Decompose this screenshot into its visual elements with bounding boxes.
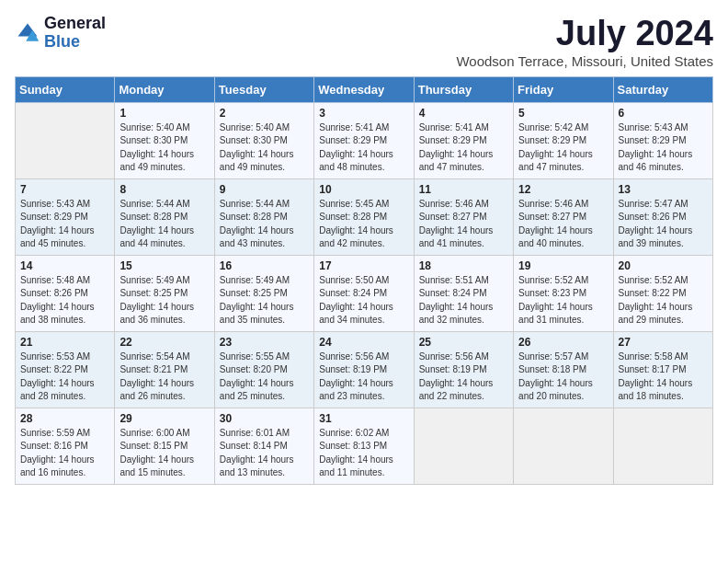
- day-info: Sunrise: 5:44 AMSunset: 8:28 PMDaylight:…: [119, 198, 209, 251]
- calendar-cell: [514, 408, 613, 484]
- calendar-cell: [414, 408, 513, 484]
- day-info: Sunrise: 5:42 AMSunset: 8:29 PMDaylight:…: [518, 121, 608, 175]
- calendar-cell: 24Sunrise: 5:56 AMSunset: 8:19 PMDayligh…: [314, 331, 414, 408]
- calendar-cell: 10Sunrise: 5:45 AMSunset: 8:28 PMDayligh…: [314, 178, 414, 255]
- day-number: 28: [20, 412, 109, 425]
- day-info: Sunrise: 5:40 AMSunset: 8:30 PMDaylight:…: [220, 121, 309, 175]
- day-info: Sunrise: 5:52 AMSunset: 8:23 PMDaylight:…: [518, 274, 608, 327]
- calendar-cell: 22Sunrise: 5:54 AMSunset: 8:21 PMDayligh…: [115, 331, 214, 408]
- day-info: Sunrise: 5:43 AMSunset: 8:29 PMDaylight:…: [619, 121, 708, 175]
- calendar-cell: 6Sunrise: 5:43 AMSunset: 8:29 PMDaylight…: [613, 102, 712, 178]
- day-info: Sunrise: 5:59 AMSunset: 8:16 PMDaylight:…: [20, 427, 109, 480]
- col-wednesday: Wednesday: [314, 76, 414, 102]
- day-number: 6: [619, 107, 708, 120]
- day-number: 1: [119, 107, 209, 120]
- day-info: Sunrise: 5:47 AMSunset: 8:26 PMDaylight:…: [619, 198, 708, 251]
- col-monday: Monday: [115, 76, 214, 102]
- calendar-cell: 13Sunrise: 5:47 AMSunset: 8:26 PMDayligh…: [613, 178, 712, 255]
- calendar-week-5: 28Sunrise: 5:59 AMSunset: 8:16 PMDayligh…: [16, 408, 713, 484]
- day-info: Sunrise: 5:53 AMSunset: 8:22 PMDaylight:…: [20, 350, 109, 404]
- calendar-cell: 29Sunrise: 6:00 AMSunset: 8:15 PMDayligh…: [115, 408, 214, 484]
- day-number: 25: [419, 336, 508, 349]
- calendar-cell: [613, 408, 712, 484]
- day-number: 23: [220, 336, 309, 349]
- day-info: Sunrise: 5:49 AMSunset: 8:25 PMDaylight:…: [220, 274, 309, 327]
- calendar-cell: 21Sunrise: 5:53 AMSunset: 8:22 PMDayligh…: [16, 331, 115, 408]
- logo-general-text: General: [44, 15, 106, 33]
- day-number: 17: [319, 259, 408, 272]
- day-number: 13: [619, 183, 708, 196]
- day-info: Sunrise: 5:56 AMSunset: 8:19 PMDaylight:…: [319, 350, 408, 404]
- day-info: Sunrise: 5:41 AMSunset: 8:29 PMDaylight:…: [319, 121, 408, 175]
- calendar-cell: 1Sunrise: 5:40 AMSunset: 8:30 PMDaylight…: [115, 102, 214, 178]
- day-number: 2: [220, 107, 309, 120]
- day-number: 21: [20, 336, 109, 349]
- month-title: July 2024: [456, 15, 713, 53]
- day-number: 12: [518, 183, 608, 196]
- calendar-cell: 15Sunrise: 5:49 AMSunset: 8:25 PMDayligh…: [115, 255, 214, 331]
- calendar-cell: 19Sunrise: 5:52 AMSunset: 8:23 PMDayligh…: [514, 255, 613, 331]
- calendar-cell: 3Sunrise: 5:41 AMSunset: 8:29 PMDaylight…: [314, 102, 414, 178]
- calendar-cell: 20Sunrise: 5:52 AMSunset: 8:22 PMDayligh…: [613, 255, 712, 331]
- calendar-cell: [16, 102, 115, 178]
- day-info: Sunrise: 5:50 AMSunset: 8:24 PMDaylight:…: [319, 274, 408, 327]
- col-thursday: Thursday: [414, 76, 513, 102]
- col-tuesday: Tuesday: [214, 76, 313, 102]
- day-info: Sunrise: 5:45 AMSunset: 8:28 PMDaylight:…: [319, 198, 408, 251]
- day-info: Sunrise: 5:46 AMSunset: 8:27 PMDaylight:…: [518, 198, 608, 251]
- calendar-week-3: 14Sunrise: 5:48 AMSunset: 8:26 PMDayligh…: [16, 255, 713, 331]
- day-number: 19: [518, 259, 608, 272]
- day-info: Sunrise: 5:54 AMSunset: 8:21 PMDaylight:…: [119, 350, 209, 404]
- day-number: 29: [119, 412, 209, 425]
- day-info: Sunrise: 5:41 AMSunset: 8:29 PMDaylight:…: [419, 121, 508, 175]
- calendar-body: 1Sunrise: 5:40 AMSunset: 8:30 PMDaylight…: [16, 102, 713, 484]
- calendar-cell: 4Sunrise: 5:41 AMSunset: 8:29 PMDaylight…: [414, 102, 513, 178]
- day-info: Sunrise: 6:01 AMSunset: 8:14 PMDaylight:…: [220, 427, 309, 480]
- logo: General Blue: [15, 15, 106, 52]
- day-number: 22: [119, 336, 209, 349]
- day-number: 31: [319, 412, 408, 425]
- day-info: Sunrise: 5:55 AMSunset: 8:20 PMDaylight:…: [220, 350, 309, 404]
- calendar-cell: 8Sunrise: 5:44 AMSunset: 8:28 PMDaylight…: [115, 178, 214, 255]
- day-info: Sunrise: 5:43 AMSunset: 8:29 PMDaylight:…: [20, 198, 109, 251]
- calendar-cell: 16Sunrise: 5:49 AMSunset: 8:25 PMDayligh…: [214, 255, 313, 331]
- col-sunday: Sunday: [16, 76, 115, 102]
- day-number: 11: [419, 183, 508, 196]
- day-info: Sunrise: 5:51 AMSunset: 8:24 PMDaylight:…: [419, 274, 508, 327]
- calendar-cell: 23Sunrise: 5:55 AMSunset: 8:20 PMDayligh…: [214, 331, 313, 408]
- calendar-cell: 9Sunrise: 5:44 AMSunset: 8:28 PMDaylight…: [214, 178, 313, 255]
- day-number: 8: [119, 183, 209, 196]
- calendar-cell: 26Sunrise: 5:57 AMSunset: 8:18 PMDayligh…: [514, 331, 613, 408]
- day-info: Sunrise: 5:58 AMSunset: 8:17 PMDaylight:…: [619, 350, 708, 404]
- calendar-cell: 2Sunrise: 5:40 AMSunset: 8:30 PMDaylight…: [214, 102, 313, 178]
- day-info: Sunrise: 5:40 AMSunset: 8:30 PMDaylight:…: [119, 121, 209, 175]
- calendar-cell: 7Sunrise: 5:43 AMSunset: 8:29 PMDaylight…: [16, 178, 115, 255]
- calendar-cell: 14Sunrise: 5:48 AMSunset: 8:26 PMDayligh…: [16, 255, 115, 331]
- day-number: 10: [319, 183, 408, 196]
- calendar-cell: 12Sunrise: 5:46 AMSunset: 8:27 PMDayligh…: [514, 178, 613, 255]
- location-text: Woodson Terrace, Missouri, United States: [456, 53, 713, 69]
- day-info: Sunrise: 5:44 AMSunset: 8:28 PMDaylight:…: [220, 198, 309, 251]
- calendar-header: Sunday Monday Tuesday Wednesday Thursday…: [16, 76, 713, 102]
- calendar-week-1: 1Sunrise: 5:40 AMSunset: 8:30 PMDaylight…: [16, 102, 713, 178]
- day-info: Sunrise: 6:02 AMSunset: 8:13 PMDaylight:…: [319, 427, 408, 480]
- calendar-week-2: 7Sunrise: 5:43 AMSunset: 8:29 PMDaylight…: [16, 178, 713, 255]
- col-friday: Friday: [514, 76, 613, 102]
- logo-blue-text: Blue: [44, 33, 106, 52]
- title-block: July 2024 Woodson Terrace, Missouri, Uni…: [456, 15, 713, 69]
- day-number: 30: [220, 412, 309, 425]
- day-number: 3: [319, 107, 408, 120]
- calendar-table: Sunday Monday Tuesday Wednesday Thursday…: [15, 76, 713, 485]
- day-info: Sunrise: 5:49 AMSunset: 8:25 PMDaylight:…: [119, 274, 209, 327]
- calendar-cell: 31Sunrise: 6:02 AMSunset: 8:13 PMDayligh…: [314, 408, 414, 484]
- calendar-cell: 11Sunrise: 5:46 AMSunset: 8:27 PMDayligh…: [414, 178, 513, 255]
- col-saturday: Saturday: [613, 76, 712, 102]
- day-number: 5: [518, 107, 608, 120]
- header-row: Sunday Monday Tuesday Wednesday Thursday…: [16, 76, 713, 102]
- calendar-cell: 17Sunrise: 5:50 AMSunset: 8:24 PMDayligh…: [314, 255, 414, 331]
- calendar-cell: 28Sunrise: 5:59 AMSunset: 8:16 PMDayligh…: [16, 408, 115, 484]
- calendar-cell: 25Sunrise: 5:56 AMSunset: 8:19 PMDayligh…: [414, 331, 513, 408]
- day-number: 18: [419, 259, 508, 272]
- logo-icon: [15, 20, 40, 46]
- logo-text: General Blue: [44, 15, 106, 52]
